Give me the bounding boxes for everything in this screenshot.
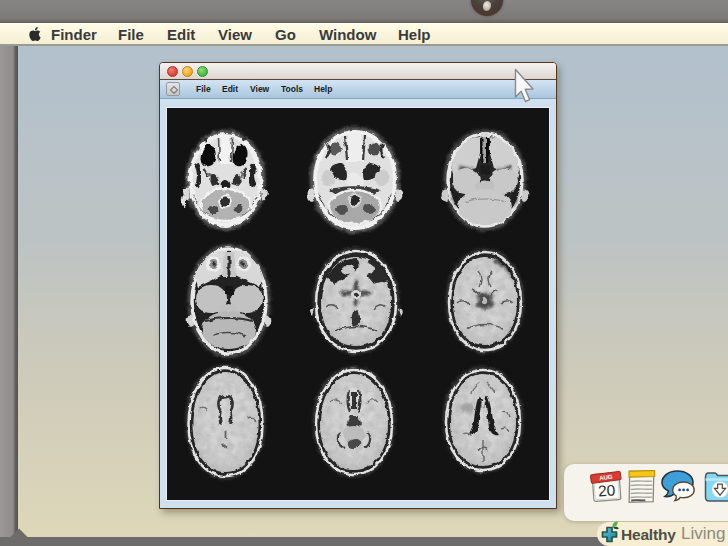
svg-text:20: 20 (598, 481, 617, 499)
